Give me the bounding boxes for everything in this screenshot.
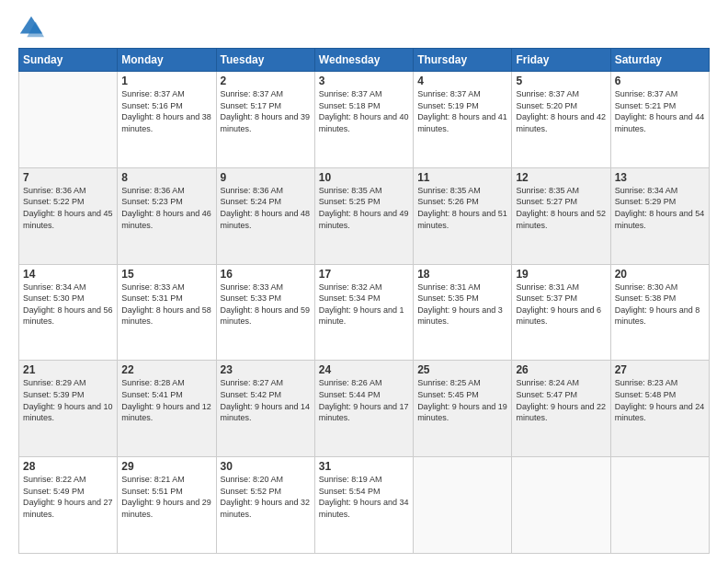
day-number: 25 [417,363,507,376]
calendar-cell: 22Sunrise: 8:28 AMSunset: 5:41 PMDayligh… [118,361,216,457]
day-number: 18 [417,268,507,281]
calendar-cell [19,72,118,168]
day-info: Sunrise: 8:24 AMSunset: 5:47 PMDaylight:… [516,377,606,423]
day-number: 15 [121,268,211,281]
calendar-cell: 20Sunrise: 8:30 AMSunset: 5:38 PMDayligh… [610,264,709,361]
calendar-cell: 28Sunrise: 8:22 AMSunset: 5:49 PMDayligh… [19,457,118,554]
day-info: Sunrise: 8:23 AMSunset: 5:48 PMDaylight:… [615,377,705,423]
day-info: Sunrise: 8:33 AMSunset: 5:33 PMDaylight:… [221,282,311,327]
day-number: 26 [516,363,606,376]
day-info: Sunrise: 8:34 AMSunset: 5:30 PMDaylight:… [23,282,113,327]
day-info: Sunrise: 8:22 AMSunset: 5:49 PMDaylight:… [23,474,113,520]
day-number: 22 [121,363,211,376]
day-number: 30 [221,460,311,473]
day-number: 2 [221,75,311,87]
day-info: Sunrise: 8:36 AMSunset: 5:22 PMDaylight:… [23,185,113,231]
weekday-header-sunday: Sunday [19,49,118,72]
calendar-cell: 10Sunrise: 8:35 AMSunset: 5:25 PMDayligh… [314,167,413,264]
calendar-cell: 18Sunrise: 8:31 AMSunset: 5:35 PMDayligh… [414,264,512,361]
day-number: 3 [319,75,409,87]
day-number: 13 [615,171,705,184]
calendar-cell: 13Sunrise: 8:34 AMSunset: 5:29 PMDayligh… [610,167,709,264]
calendar-cell: 7Sunrise: 8:36 AMSunset: 5:22 PMDaylight… [19,167,118,264]
day-number: 1 [121,75,211,87]
page: SundayMondayTuesdayWednesdayThursdayFrid… [0,0,728,563]
day-number: 8 [121,171,211,184]
day-info: Sunrise: 8:32 AMSunset: 5:34 PMDaylight:… [319,282,409,327]
calendar-cell [512,457,610,554]
day-number: 12 [516,171,606,184]
day-info: Sunrise: 8:31 AMSunset: 5:35 PMDaylight:… [417,282,507,327]
day-info: Sunrise: 8:21 AMSunset: 5:51 PMDaylight:… [121,474,211,520]
calendar-cell: 14Sunrise: 8:34 AMSunset: 5:30 PMDayligh… [19,264,118,361]
week-row-4: 21Sunrise: 8:29 AMSunset: 5:39 PMDayligh… [19,361,710,457]
day-info: Sunrise: 8:31 AMSunset: 5:37 PMDaylight:… [516,282,606,327]
day-info: Sunrise: 8:28 AMSunset: 5:41 PMDaylight:… [121,377,211,423]
day-info: Sunrise: 8:19 AMSunset: 5:54 PMDaylight:… [319,474,409,520]
calendar-cell: 6Sunrise: 8:37 AMSunset: 5:21 PMDaylight… [610,72,709,168]
day-info: Sunrise: 8:37 AMSunset: 5:16 PMDaylight:… [121,88,211,134]
weekday-header-thursday: Thursday [414,49,512,72]
calendar-cell: 17Sunrise: 8:32 AMSunset: 5:34 PMDayligh… [314,264,413,361]
weekday-header-saturday: Saturday [610,49,709,72]
calendar-cell [414,457,512,554]
day-info: Sunrise: 8:36 AMSunset: 5:23 PMDaylight:… [121,185,211,231]
calendar-cell: 1Sunrise: 8:37 AMSunset: 5:16 PMDaylight… [118,72,216,168]
calendar-cell: 9Sunrise: 8:36 AMSunset: 5:24 PMDaylight… [216,167,314,264]
day-number: 17 [319,268,409,281]
calendar-cell: 2Sunrise: 8:37 AMSunset: 5:17 PMDaylight… [216,72,314,168]
day-number: 20 [615,268,705,281]
day-number: 7 [23,171,113,184]
day-info: Sunrise: 8:30 AMSunset: 5:38 PMDaylight:… [615,282,705,327]
day-info: Sunrise: 8:37 AMSunset: 5:17 PMDaylight:… [221,88,311,134]
day-info: Sunrise: 8:25 AMSunset: 5:45 PMDaylight:… [417,377,507,423]
day-info: Sunrise: 8:36 AMSunset: 5:24 PMDaylight:… [221,185,311,231]
week-row-2: 7Sunrise: 8:36 AMSunset: 5:22 PMDaylight… [19,167,710,264]
calendar-cell: 31Sunrise: 8:19 AMSunset: 5:54 PMDayligh… [314,457,413,554]
day-info: Sunrise: 8:35 AMSunset: 5:26 PMDaylight:… [417,185,507,231]
logo [18,15,48,40]
calendar-cell: 11Sunrise: 8:35 AMSunset: 5:26 PMDayligh… [414,167,512,264]
day-number: 6 [615,75,705,87]
day-info: Sunrise: 8:37 AMSunset: 5:20 PMDaylight:… [516,88,606,134]
day-number: 19 [516,268,606,281]
day-number: 28 [23,460,113,473]
day-number: 10 [319,171,409,184]
day-number: 4 [417,75,507,87]
day-number: 31 [319,460,409,473]
calendar-cell: 15Sunrise: 8:33 AMSunset: 5:31 PMDayligh… [118,264,216,361]
calendar-cell: 27Sunrise: 8:23 AMSunset: 5:48 PMDayligh… [610,361,709,457]
day-number: 11 [417,171,507,184]
calendar-cell: 24Sunrise: 8:26 AMSunset: 5:44 PMDayligh… [314,361,413,457]
day-info: Sunrise: 8:35 AMSunset: 5:25 PMDaylight:… [319,185,409,231]
calendar-cell: 26Sunrise: 8:24 AMSunset: 5:47 PMDayligh… [512,361,610,457]
calendar-cell: 29Sunrise: 8:21 AMSunset: 5:51 PMDayligh… [118,457,216,554]
day-number: 14 [23,268,113,281]
day-number: 27 [615,363,705,376]
calendar-cell: 8Sunrise: 8:36 AMSunset: 5:23 PMDaylight… [118,167,216,264]
calendar-cell: 19Sunrise: 8:31 AMSunset: 5:37 PMDayligh… [512,264,610,361]
day-number: 29 [121,460,211,473]
day-info: Sunrise: 8:26 AMSunset: 5:44 PMDaylight:… [319,377,409,423]
weekday-header-tuesday: Tuesday [216,49,314,72]
calendar-cell: 23Sunrise: 8:27 AMSunset: 5:42 PMDayligh… [216,361,314,457]
day-info: Sunrise: 8:35 AMSunset: 5:27 PMDaylight:… [516,185,606,231]
calendar-cell: 25Sunrise: 8:25 AMSunset: 5:45 PMDayligh… [414,361,512,457]
week-row-3: 14Sunrise: 8:34 AMSunset: 5:30 PMDayligh… [19,264,710,361]
weekday-header-wednesday: Wednesday [314,49,413,72]
day-info: Sunrise: 8:27 AMSunset: 5:42 PMDaylight:… [221,377,311,423]
day-info: Sunrise: 8:29 AMSunset: 5:39 PMDaylight:… [23,377,113,423]
calendar-cell: 16Sunrise: 8:33 AMSunset: 5:33 PMDayligh… [216,264,314,361]
week-row-1: 1Sunrise: 8:37 AMSunset: 5:16 PMDaylight… [19,72,710,168]
day-number: 23 [221,363,311,376]
day-info: Sunrise: 8:20 AMSunset: 5:52 PMDaylight:… [221,474,311,520]
day-info: Sunrise: 8:37 AMSunset: 5:21 PMDaylight:… [615,88,705,134]
day-info: Sunrise: 8:37 AMSunset: 5:18 PMDaylight:… [319,88,409,134]
calendar-cell [610,457,709,554]
day-number: 24 [319,363,409,376]
week-row-5: 28Sunrise: 8:22 AMSunset: 5:49 PMDayligh… [19,457,710,554]
calendar: SundayMondayTuesdayWednesdayThursdayFrid… [18,48,710,554]
day-number: 16 [221,268,311,281]
calendar-cell: 4Sunrise: 8:37 AMSunset: 5:19 PMDaylight… [414,72,512,168]
calendar-cell: 3Sunrise: 8:37 AMSunset: 5:18 PMDaylight… [314,72,413,168]
